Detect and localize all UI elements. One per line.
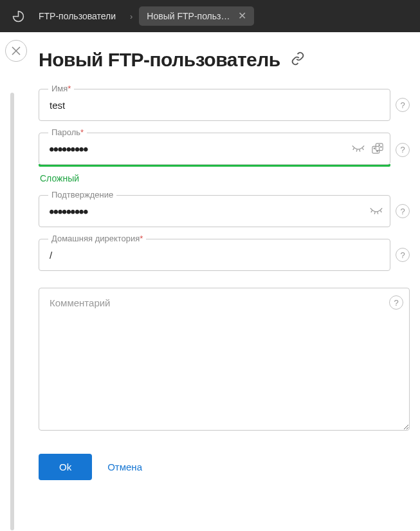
dashboard-icon[interactable]: [8, 6, 28, 26]
comment-input[interactable]: [39, 288, 410, 431]
name-label: Имя*: [48, 84, 74, 93]
help-icon[interactable]: ?: [396, 98, 410, 112]
svg-line-13: [380, 210, 381, 212]
eye-icon[interactable]: [351, 144, 365, 153]
password-input[interactable]: [39, 133, 390, 164]
help-icon[interactable]: ?: [396, 248, 410, 262]
form-panel: Новый FTP-пользователь Имя* ?: [36, 32, 420, 490]
link-icon[interactable]: [291, 51, 305, 68]
name-field-wrap: Имя*: [39, 89, 390, 121]
homedir-field-wrap: Домашняя директория*: [39, 239, 390, 271]
svg-line-3: [362, 148, 363, 150]
breadcrumb-label: Новый FTP-польз…: [147, 11, 230, 21]
svg-point-9: [381, 146, 382, 147]
close-panel-button[interactable]: [5, 40, 27, 62]
ok-button[interactable]: Ok: [39, 454, 92, 480]
homedir-label: Домашняя директория*: [48, 234, 146, 243]
svg-line-11: [374, 212, 375, 214]
password-field-wrap: Пароль*: [39, 133, 390, 165]
confirm-input[interactable]: [39, 196, 390, 227]
svg-line-1: [356, 149, 357, 151]
page-title: Новый FTP-пользователь: [39, 49, 280, 71]
help-icon[interactable]: ?: [389, 295, 403, 310]
name-input[interactable]: [39, 89, 390, 120]
topbar: FTP-пользователи › Новый FTP-польз… ✕: [0, 0, 420, 32]
password-strength-label: Сложный: [40, 173, 410, 183]
scrollbar[interactable]: [10, 93, 14, 530]
confirm-label: Подтверждение: [48, 190, 116, 200]
svg-line-10: [371, 210, 372, 212]
breadcrumb-new-ftp-user[interactable]: Новый FTP-польз… ✕: [139, 6, 253, 26]
close-icon[interactable]: ✕: [238, 11, 246, 21]
svg-point-8: [379, 145, 380, 146]
help-icon[interactable]: ?: [396, 204, 410, 218]
svg-line-2: [360, 149, 360, 151]
eye-icon[interactable]: [369, 207, 383, 216]
svg-point-6: [374, 148, 375, 149]
help-icon[interactable]: ?: [396, 143, 410, 157]
svg-point-7: [377, 151, 378, 152]
confirm-field-wrap: Подтверждение: [39, 195, 390, 227]
dice-icon[interactable]: [372, 143, 383, 154]
breadcrumb-ftp-users[interactable]: FTP-пользователи: [31, 6, 123, 26]
svg-line-0: [353, 148, 354, 150]
homedir-input[interactable]: [39, 239, 390, 270]
password-label: Пароль*: [48, 127, 87, 137]
breadcrumb-label: FTP-пользователи: [39, 11, 116, 21]
chevron-right-icon: ›: [130, 12, 132, 21]
cancel-button[interactable]: Отмена: [107, 461, 142, 472]
svg-line-12: [378, 212, 378, 214]
action-bar: Ok Отмена: [39, 454, 410, 480]
